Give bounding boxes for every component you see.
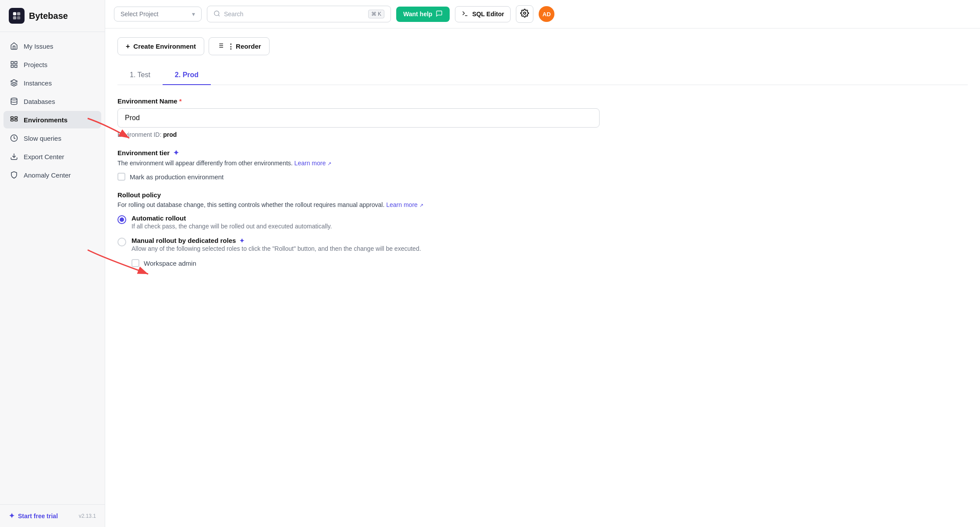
sidebar-item-slow-queries-label: Slow queries [24, 135, 61, 142]
sql-editor-button[interactable]: SQL Editor [455, 6, 511, 22]
svg-rect-4 [11, 61, 13, 64]
sidebar-item-anomaly-center[interactable]: Anomaly Center [4, 166, 101, 184]
select-project-dropdown[interactable]: Select Project ▾ [114, 7, 202, 21]
tab-test[interactable]: 1. Test [117, 66, 163, 85]
sql-editor-label: SQL Editor [472, 11, 504, 18]
sparkle-icon: ✦ [9, 512, 14, 520]
required-indicator: * [179, 97, 182, 105]
sidebar-item-databases[interactable]: Databases [4, 93, 101, 110]
mark-production-checkbox[interactable] [117, 173, 125, 181]
env-id-value: prod [163, 131, 177, 138]
mark-production-row: Mark as production environment [117, 173, 600, 181]
mark-production-label: Mark as production environment [130, 173, 224, 181]
svg-rect-11 [11, 119, 14, 121]
rollout-external-link-icon: ↗ [419, 203, 423, 208]
content-area: + Create Environment ⋮ Reorder [105, 28, 980, 527]
rollout-policy-link-label: Learn more [386, 201, 418, 208]
terminal-icon [462, 10, 469, 18]
svg-point-19 [524, 12, 526, 14]
manual-rollout-radio[interactable] [117, 238, 126, 246]
env-tier-desc: The environment will appear differently … [117, 160, 600, 167]
sidebar-item-anomaly-center-label: Anomaly Center [24, 171, 71, 179]
layers-icon [10, 78, 18, 87]
rollout-policy-desc: For rolling out database change, this se… [117, 201, 600, 208]
env-tier-desc-text: The environment will appear differently … [117, 160, 293, 167]
want-help-label: Want help [403, 11, 432, 18]
want-help-button[interactable]: Want help [396, 7, 450, 22]
env-tier-link-label: Learn more [295, 160, 326, 167]
environment-tabs: 1. Test 2. Prod [117, 66, 968, 85]
manual-rollout-row: Manual rollout by dedicated roles ✦ Allo… [117, 237, 600, 252]
manual-rollout-title: Manual rollout by dedicated roles ✦ [131, 237, 421, 244]
plus-icon: + [126, 43, 130, 50]
reorder-icon [217, 42, 224, 50]
environment-form: Environment Name * Environment ID: prod … [117, 97, 600, 267]
logo-area: Bytebase [0, 0, 105, 32]
logo-text: Bytebase [29, 11, 68, 21]
rollout-policy-title: Rollout policy [117, 191, 600, 199]
chevron-down-icon: ▾ [192, 11, 195, 18]
version-label: v2.13.1 [79, 513, 96, 519]
sparkle-tier-icon: ✦ [173, 149, 179, 157]
auto-rollout-desc: If all check pass, the change will be ro… [131, 223, 332, 230]
slow-queries-icon [10, 134, 18, 142]
layout-icon [10, 60, 18, 69]
download-icon [10, 152, 18, 161]
settings-button[interactable] [516, 5, 533, 23]
sidebar-item-export-center-label: Export Center [24, 153, 64, 160]
svg-rect-5 [15, 61, 17, 64]
workspace-admin-label: Workspace admin [144, 260, 196, 267]
workspace-admin-checkbox[interactable] [131, 259, 139, 267]
sidebar-item-instances-label: Instances [24, 79, 52, 87]
auto-rollout-row: Automatic rollout If all check pass, the… [117, 214, 600, 230]
env-tier-label: Environment tier [117, 149, 170, 157]
reorder-button[interactable]: ⋮ Reorder [209, 37, 270, 55]
env-name-field-label: Environment Name * [117, 97, 600, 105]
start-free-trial-label: Start free trial [18, 513, 58, 520]
svg-marker-8 [11, 80, 18, 83]
sidebar-item-instances[interactable]: Instances [4, 74, 101, 92]
sidebar-item-export-center[interactable]: Export Center [4, 148, 101, 165]
topbar: Select Project ▾ Search ⌘ K Want help [105, 0, 980, 28]
avatar[interactable]: AD [539, 6, 554, 22]
sidebar-footer: ✦ Start free trial v2.13.1 [0, 504, 105, 527]
svg-rect-13 [15, 119, 18, 121]
sidebar-item-my-issues[interactable]: My Issues [4, 37, 101, 55]
sidebar-nav: My Issues Projects Instan [0, 32, 105, 504]
database-icon [10, 97, 18, 106]
svg-rect-3 [17, 16, 20, 19]
svg-rect-0 [13, 12, 16, 15]
sidebar-item-projects[interactable]: Projects [4, 56, 101, 73]
sidebar-item-environments[interactable]: Environments [4, 111, 101, 128]
workspace-admin-row: Workspace admin [117, 259, 600, 267]
sidebar-item-databases-label: Databases [24, 98, 55, 105]
auto-rollout-label: Automatic rollout [131, 214, 186, 222]
create-environment-label: Create Environment [133, 43, 196, 50]
svg-rect-1 [17, 12, 20, 15]
sidebar-item-projects-label: Projects [24, 61, 47, 68]
svg-line-17 [218, 15, 220, 16]
env-tier-learn-more-link[interactable]: Learn more ↗ [295, 160, 331, 167]
search-bar[interactable]: Search ⌘ K [207, 6, 391, 22]
auto-rollout-title: Automatic rollout [131, 214, 332, 222]
sidebar-item-slow-queries[interactable]: Slow queries [4, 129, 101, 147]
auto-rollout-radio[interactable] [117, 215, 126, 224]
sidebar: Bytebase My Issues Projects [0, 0, 105, 527]
search-placeholder: Search [224, 11, 365, 18]
env-id-prefix: Environment ID: [117, 131, 161, 138]
start-free-trial-button[interactable]: ✦ Start free trial [9, 512, 58, 520]
search-icon [213, 10, 220, 18]
avatar-initials: AD [543, 11, 551, 18]
sidebar-item-environments-label: Environments [24, 116, 67, 124]
create-environment-button[interactable]: + Create Environment [117, 37, 204, 55]
auto-rollout-content: Automatic rollout If all check pass, the… [131, 214, 332, 230]
rollout-policy-label: Rollout policy [117, 191, 161, 199]
env-name-input[interactable] [117, 108, 600, 128]
shield-icon [10, 171, 18, 179]
svg-rect-10 [11, 117, 14, 118]
rollout-policy-learn-more-link[interactable]: Learn more ↗ [386, 201, 423, 208]
select-project-label: Select Project [121, 11, 158, 18]
search-shortcut: ⌘ K [368, 10, 384, 18]
sparkle-manual-icon: ✦ [239, 237, 245, 244]
tab-prod[interactable]: 2. Prod [163, 66, 211, 85]
